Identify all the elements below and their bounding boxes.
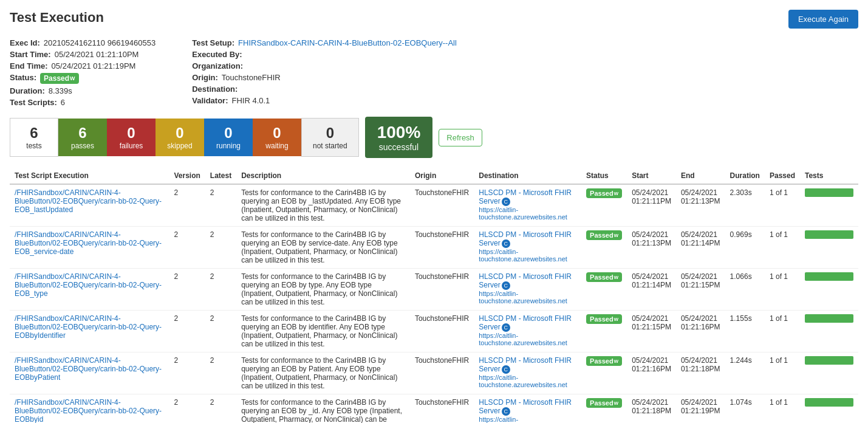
cell-start: 05/24/202101:21:18PM	[627, 394, 676, 424]
destination-label: Destination:	[192, 84, 238, 94]
script-link[interactable]: /FHIRSandbox/CARIN/CARIN-4-BlueButton/02…	[15, 356, 164, 382]
destination-link[interactable]: HLSCD PM - Microsoft FHIR ServerC	[479, 188, 572, 205]
cell-origin: TouchstoneFHIR	[410, 269, 474, 311]
col-script: Test Script Execution	[10, 168, 169, 184]
progress-bar-fill	[805, 272, 853, 281]
cell-script: /FHIRSandbox/CARIN/CARIN-4-BlueButton/02…	[10, 269, 169, 311]
status-label: Status:	[10, 73, 36, 84]
col-start: Start	[627, 168, 676, 184]
cell-description: Tests for conformance to the Carin4BB IG…	[236, 227, 410, 269]
cell-description: Tests for conformance to the Carin4BB IG…	[236, 184, 410, 227]
script-link[interactable]: /FHIRSandbox/CARIN/CARIN-4-BlueButton/02…	[15, 398, 164, 423]
failures-label: failures	[120, 142, 143, 150]
status-badge: PassedW	[586, 230, 622, 240]
cell-duration: 1.074s	[725, 394, 765, 424]
script-link[interactable]: /FHIRSandbox/CARIN/CARIN-4-BlueButton/02…	[15, 272, 164, 298]
cell-version: 2	[169, 227, 205, 269]
destination-link[interactable]: HLSCD PM - Microsoft FHIR ServerC	[479, 398, 572, 415]
end-time-row: End Time: 05/24/2021 01:21:19PM	[10, 61, 155, 70]
cell-destination: HLSCD PM - Microsoft FHIR ServerC https:…	[474, 394, 581, 424]
cell-script: /FHIRSandbox/CARIN/CARIN-4-BlueButton/02…	[10, 311, 169, 352]
summary-bar: 6 tests 6 passes 0 failures 0 skipped 0 …	[10, 117, 858, 158]
copyright-badge: C	[502, 407, 510, 416]
col-duration: Duration	[725, 168, 765, 184]
cell-tests-bar	[800, 352, 858, 394]
cell-duration: 1.155s	[725, 311, 765, 352]
execute-again-button[interactable]: Execute Again	[788, 10, 858, 29]
cell-passed: 1 of 1	[765, 311, 800, 352]
test-setup-link[interactable]: FHIRSandbox-CARIN-CARIN-4-BlueButton-02-…	[238, 38, 457, 47]
waiting-label: waiting	[265, 142, 288, 150]
cell-duration: 1.066s	[725, 269, 765, 311]
cell-passed: 1 of 1	[765, 184, 800, 227]
passes-box: 6 passes	[58, 119, 107, 156]
status-row: Status: PassedW	[10, 73, 155, 84]
progress-bar-wrap	[805, 314, 853, 323]
script-link[interactable]: /FHIRSandbox/CARIN/CARIN-4-BlueButton/02…	[15, 314, 164, 340]
organization-row: Organization:	[192, 61, 457, 70]
meta-left: Exec Id: 20210524162110 96619460553 Star…	[10, 38, 155, 107]
cell-status: PassedW	[581, 394, 627, 424]
cell-latest: 2	[205, 394, 236, 424]
col-tests: Tests	[800, 168, 858, 184]
destination-link[interactable]: HLSCD PM - Microsoft FHIR ServerC	[479, 314, 572, 331]
script-link[interactable]: /FHIRSandbox/CARIN/CARIN-4-BlueButton/02…	[15, 230, 164, 256]
table-header-row: Test Script Execution Version Latest Des…	[10, 168, 858, 184]
meta-right: Test Setup: FHIRSandbox-CARIN-CARIN-4-Bl…	[192, 38, 457, 107]
waiting-box: 0 waiting	[253, 119, 301, 156]
not-started-num: 0	[326, 125, 334, 142]
waiting-num: 0	[273, 125, 281, 142]
exec-id-value: 20210524162110 96619460553	[44, 38, 155, 47]
running-box: 0 running	[204, 119, 253, 156]
validator-label: Validator:	[192, 96, 228, 105]
cell-end: 05/24/202101:21:13PM	[676, 184, 725, 227]
refresh-button[interactable]: Refresh	[439, 129, 482, 146]
cell-passed: 1 of 1	[765, 352, 800, 394]
progress-bar-wrap	[805, 356, 853, 365]
progress-bar-fill	[805, 356, 853, 365]
script-link[interactable]: /FHIRSandbox/CARIN/CARIN-4-BlueButton/02…	[15, 188, 164, 214]
cell-latest: 2	[205, 184, 236, 227]
skipped-label: skipped	[167, 142, 192, 150]
cell-script: /FHIRSandbox/CARIN/CARIN-4-BlueButton/02…	[10, 352, 169, 394]
running-num: 0	[224, 125, 232, 142]
cell-start: 05/24/202101:21:11PM	[627, 184, 676, 227]
passes-label: passes	[71, 142, 94, 150]
results-table: Test Script Execution Version Latest Des…	[10, 168, 858, 423]
col-destination: Destination	[474, 168, 581, 184]
skipped-num: 0	[176, 125, 183, 142]
copyright-badge: C	[502, 281, 510, 290]
cell-destination: HLSCD PM - Microsoft FHIR ServerC https:…	[474, 184, 581, 227]
cell-end: 05/24/202101:21:14PM	[676, 227, 725, 269]
cell-destination: HLSCD PM - Microsoft FHIR ServerC https:…	[474, 269, 581, 311]
success-label: successful	[377, 142, 421, 152]
running-label: running	[216, 142, 241, 150]
table-row: /FHIRSandbox/CARIN/CARIN-4-BlueButton/02…	[10, 269, 858, 311]
destination-link[interactable]: HLSCD PM - Microsoft FHIR ServerC	[479, 356, 572, 373]
cell-tests-bar	[800, 227, 858, 269]
status-badge: PassedW	[586, 272, 622, 282]
exec-id-row: Exec Id: 20210524162110 96619460553	[10, 38, 155, 47]
cell-end: 05/24/202101:21:15PM	[676, 269, 725, 311]
destination-link[interactable]: HLSCD PM - Microsoft FHIR ServerC	[479, 230, 572, 247]
test-scripts-row: Test Scripts: 6	[10, 98, 155, 107]
cell-latest: 2	[205, 227, 236, 269]
col-status: Status	[581, 168, 627, 184]
cell-origin: TouchstoneFHIR	[410, 184, 474, 227]
origin-row: Origin: TouchstoneFHIR	[192, 73, 457, 82]
status-badge: PassedW	[586, 188, 622, 198]
cell-script: /FHIRSandbox/CARIN/CARIN-4-BlueButton/02…	[10, 227, 169, 269]
start-time-row: Start Time: 05/24/2021 01:21:10PM	[10, 50, 155, 59]
cell-start: 05/24/202101:21:13PM	[627, 227, 676, 269]
status-badge: PassedW	[586, 314, 622, 324]
origin-label: Origin:	[192, 73, 218, 82]
status-badge: PassedW	[586, 398, 622, 408]
cell-description: Tests for conformance to the Carin4BB IG…	[236, 394, 410, 424]
destination-link[interactable]: HLSCD PM - Microsoft FHIR ServerC	[479, 272, 572, 289]
cell-start: 05/24/202101:21:15PM	[627, 311, 676, 352]
executed-by-label: Executed By:	[192, 50, 242, 59]
table-row: /FHIRSandbox/CARIN/CARIN-4-BlueButton/02…	[10, 227, 858, 269]
copyright-badge: C	[502, 239, 510, 248]
cell-start: 05/24/202101:21:14PM	[627, 269, 676, 311]
cell-status: PassedW	[581, 311, 627, 352]
